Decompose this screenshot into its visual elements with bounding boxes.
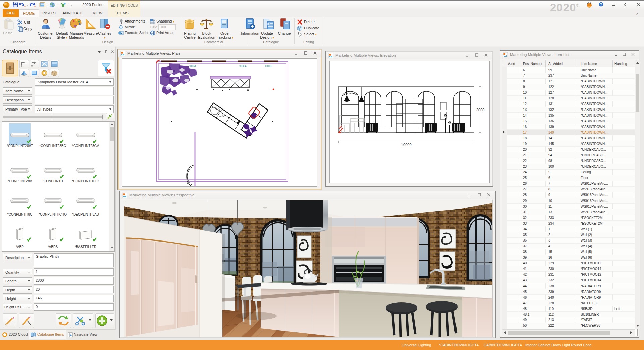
svg-text:?: ?	[600, 3, 602, 6]
svg-text:10000: 10000	[401, 143, 412, 147]
svg-text:3000: 3000	[476, 108, 484, 112]
svg-text:900GA: 900GA	[189, 65, 196, 67]
svg-text:1000B: 1000B	[265, 65, 272, 67]
svg-text:900GA: 900GA	[239, 65, 247, 67]
